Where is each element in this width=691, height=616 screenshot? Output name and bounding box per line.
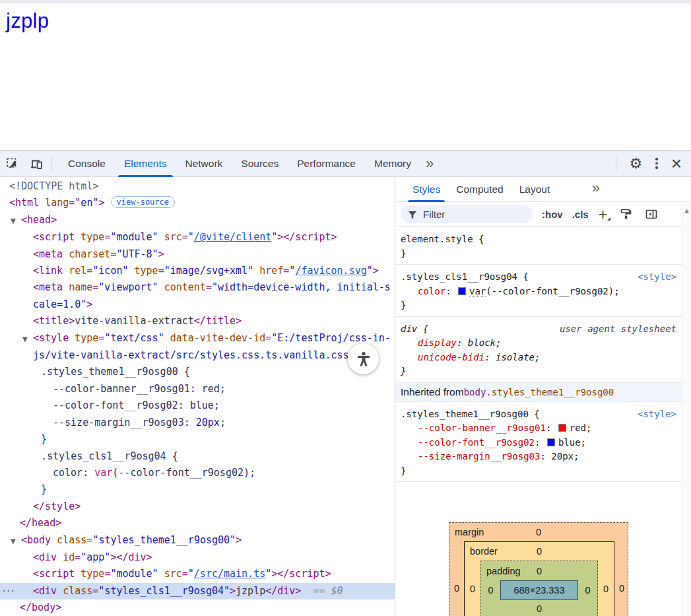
- tree-node[interactable]: <meta charset="UTF-8">: [0, 246, 395, 263]
- css-declaration-line[interactable]: --color-font__r9osg02: blue;: [395, 436, 682, 450]
- css-declaration-line[interactable]: }: [395, 464, 682, 479]
- box-model-diagram[interactable]: margin 0 0 border 0 0: [449, 522, 628, 616]
- accessibility-button[interactable]: [348, 343, 379, 374]
- tab-console[interactable]: Console: [59, 151, 115, 177]
- css-declaration-line[interactable]: }: [395, 298, 682, 313]
- blue-color-swatch[interactable]: [458, 287, 466, 295]
- css-declaration-line[interactable]: --size-margin__r9osg03: 20px;: [395, 450, 682, 464]
- resource-link[interactable]: /@vite/client: [194, 231, 271, 243]
- scroll-up-arrow-icon[interactable]: ▲: [682, 207, 691, 214]
- tab-elements[interactable]: Elements: [115, 151, 176, 177]
- css-declaration-line[interactable]: color: var(--color-font__r9osg02);: [395, 285, 682, 299]
- margin-label: margin: [455, 527, 484, 537]
- css-declaration-line[interactable]: .styles_cls1__r9osg04 {<style>: [395, 270, 682, 285]
- border-left-value[interactable]: 0: [465, 584, 480, 594]
- tree-node[interactable]: --color-font__r9osg02: blue;: [0, 397, 395, 414]
- css-declaration-line[interactable]: --color-banner__r9osg01: red;: [395, 421, 682, 436]
- box-model-margin[interactable]: margin 0 0 border 0 0: [449, 522, 628, 616]
- tab-performance[interactable]: Performance: [288, 151, 365, 177]
- tree-node[interactable]: <script type="module" src="/src/main.ts"…: [0, 566, 395, 582]
- css-declaration-line[interactable]: div {user agent stylesheet: [395, 322, 682, 337]
- tab-network[interactable]: Network: [176, 151, 232, 177]
- tab-styles[interactable]: Styles: [405, 177, 448, 202]
- tab-computed[interactable]: Computed: [448, 177, 511, 202]
- tree-node[interactable]: ▼<body class="styles_theme1__r9osg00">: [0, 532, 395, 549]
- tree-node[interactable]: ▼<head>: [0, 212, 395, 229]
- tree-node[interactable]: <meta name="viewport" content="width=dev…: [0, 279, 395, 296]
- code-segment[interactable]: var: [469, 286, 486, 297]
- padding-left-value[interactable]: 0: [481, 585, 500, 596]
- tree-node[interactable]: <html lang="en"> view-source: [0, 195, 395, 211]
- padding-bottom-value[interactable]: 0: [481, 600, 597, 616]
- inspect-element-button[interactable]: [1, 153, 24, 175]
- tree-node[interactable]: </body>: [0, 599, 395, 616]
- css-declaration-line[interactable]: unicode-bidi: isolate;: [395, 351, 682, 365]
- code-segment: .styles_cls1__r9osg04 {: [41, 450, 178, 462]
- more-tabs-button[interactable]: »: [420, 155, 439, 172]
- tree-node[interactable]: <!DOCTYPE html>: [0, 178, 395, 195]
- tab-sources[interactable]: Sources: [232, 151, 288, 177]
- customize-menu-icon[interactable]: [655, 158, 658, 169]
- code-segment: ▼: [22, 331, 33, 347]
- tab-memory[interactable]: Memory: [365, 151, 420, 177]
- browser-chrome-edge: [0, 0, 691, 3]
- stylesheet-source-link[interactable]: <style>: [638, 407, 676, 422]
- tab-layout[interactable]: Layout: [511, 177, 558, 202]
- resource-link[interactable]: /favicon.svg: [295, 265, 366, 277]
- styles-filter-input[interactable]: Filter: [401, 205, 533, 223]
- format-styles-button[interactable]: [620, 208, 632, 221]
- blue-color-swatch[interactable]: [547, 438, 555, 446]
- tree-node[interactable]: <div id="app"></div>: [0, 549, 395, 566]
- toggle-element-classes-button[interactable]: .cls: [572, 209, 589, 220]
- border-top-value[interactable]: 0: [537, 546, 542, 557]
- resource-link[interactable]: /src/main.ts: [194, 568, 265, 580]
- tree-node[interactable]: <title>vite-vanilla-extract</title>: [0, 313, 395, 329]
- red-color-swatch[interactable]: [558, 424, 566, 432]
- tree-node[interactable]: </style>: [0, 498, 395, 515]
- tree-node[interactable]: js/vite-vanilla-extract/src/styles.css.t…: [0, 347, 395, 364]
- tree-node[interactable]: </head>: [0, 515, 395, 531]
- device-toolbar-button[interactable]: [25, 153, 48, 175]
- style-sections: element.style {}.styles_cls1__r9osg04 {<…: [395, 227, 682, 482]
- close-devtools-button[interactable]: ×: [671, 157, 682, 170]
- box-model-content[interactable]: 688×23.333: [500, 580, 578, 600]
- code-segment: type: [81, 231, 104, 243]
- stylesheet-source-link[interactable]: <style>: [638, 270, 676, 285]
- tree-node[interactable]: --color-banner__r9osg01: red;: [0, 381, 395, 397]
- border-right-value[interactable]: 0: [598, 584, 614, 594]
- dock-sidebar-button[interactable]: [645, 208, 658, 221]
- tree-node-selected[interactable]: ···<div class="styles_cls1__r9osg04">jzp…: [0, 583, 395, 599]
- css-declaration-line[interactable]: display: block;: [395, 336, 682, 351]
- view-source-badge[interactable]: view-source: [111, 196, 175, 208]
- tree-node[interactable]: }: [0, 481, 395, 498]
- new-style-rule-button[interactable]: +: [599, 208, 607, 221]
- margin-right-value[interactable]: 0: [614, 583, 629, 594]
- css-declaration-line[interactable]: }: [395, 247, 682, 261]
- code-segment: id: [63, 551, 75, 563]
- inherited-node-link[interactable]: styles_theme1__r9osg00: [492, 387, 614, 397]
- inherited-node-link[interactable]: body.: [464, 387, 492, 397]
- tree-node[interactable]: cale=1.0">: [0, 296, 395, 313]
- margin-left-value[interactable]: 0: [449, 583, 464, 594]
- settings-gear-icon[interactable]: ⚙: [629, 155, 642, 172]
- sidebar-more-tabs-button[interactable]: »: [587, 180, 605, 197]
- tree-node[interactable]: .styles_cls1__r9osg04 {: [0, 448, 395, 465]
- padding-top-value[interactable]: 0: [537, 566, 542, 576]
- tree-node[interactable]: --size-margin__r9osg03: 20px;: [0, 415, 395, 431]
- toggle-pseudo-classes-button[interactable]: :hov: [542, 209, 563, 220]
- tree-node[interactable]: ▼<style type="text/css" data-vite-dev-id…: [0, 330, 395, 347]
- margin-top-value[interactable]: 0: [536, 527, 541, 537]
- tree-node[interactable]: <link rel="icon" type="image/svg+xml" hr…: [0, 263, 395, 279]
- padding-right-value[interactable]: 0: [578, 585, 597, 596]
- box-model-padding[interactable]: padding 0 0 688×23.333: [480, 561, 598, 616]
- css-declaration-line[interactable]: element.style {: [395, 232, 682, 247]
- styles-scrollbar[interactable]: ▲: [682, 202, 691, 616]
- node-overflow-dots[interactable]: ···: [1, 583, 14, 599]
- tree-node[interactable]: color: var(--color-font__r9osg02);: [0, 465, 395, 481]
- tree-node[interactable]: .styles_theme1__r9osg00 {: [0, 364, 395, 380]
- tree-node[interactable]: }: [0, 431, 395, 448]
- box-model-border[interactable]: border 0 0 padding 0: [464, 541, 614, 616]
- css-declaration-line[interactable]: .styles_theme1__r9osg00 {<style>: [395, 407, 682, 422]
- css-declaration-line[interactable]: }: [395, 364, 682, 379]
- tree-node[interactable]: <script type="module" src="/@vite/client…: [0, 229, 395, 246]
